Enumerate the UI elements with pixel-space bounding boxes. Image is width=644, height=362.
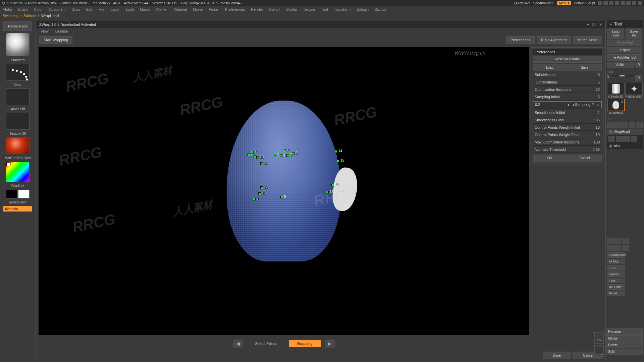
menu-brush[interactable]: Brush	[18, 7, 28, 11]
wrapped-mesh[interactable]	[227, 101, 341, 261]
color-black[interactable]	[6, 190, 17, 198]
subdivisions-slider[interactable]: Subdivisions3	[533, 72, 602, 78]
start-wrapping-button[interactable]: Start Wrapping	[39, 36, 72, 44]
mini-icon[interactable]	[622, 122, 628, 128]
mini-icon[interactable]	[614, 122, 621, 128]
solo-button[interactable]: Solo	[594, 332, 604, 344]
prev-step-button[interactable]: ◀	[233, 340, 243, 348]
layout-icon[interactable]	[598, 1, 602, 5]
icp-iterations-slider[interactable]: ICP Iterations5	[533, 79, 602, 85]
menu-macro[interactable]: Macro	[140, 7, 150, 11]
save-as-button[interactable]: Save As	[626, 28, 642, 39]
menu-material[interactable]: Material	[174, 7, 187, 11]
pref-load-button[interactable]: Load	[533, 64, 567, 71]
switchcolor-label[interactable]: SwitchColor	[9, 200, 26, 204]
r-button[interactable]: R	[635, 62, 642, 68]
reset-to-default-button[interactable]: Reset To Default	[533, 56, 602, 63]
max-opt-iterations-slider[interactable]: Max Optimization Iterations100	[533, 139, 602, 145]
next-step-button[interactable]: ▶	[325, 340, 335, 348]
alpha-thumbnail[interactable]	[6, 88, 30, 105]
pref-ok-button[interactable]: OK	[533, 155, 567, 162]
export-button[interactable]: Export	[607, 47, 642, 53]
minimize-icon[interactable]	[626, 1, 631, 5]
smoothness-final-slider[interactable]: Smoothness Final0.05	[533, 117, 602, 123]
subtool-vis-icon[interactable]	[616, 136, 623, 142]
menu-document[interactable]: Document	[49, 7, 65, 11]
merge-button[interactable]: Merge	[606, 335, 643, 342]
homepage-button[interactable]: Home Page	[3, 21, 32, 31]
rename-button[interactable]: Rename	[606, 328, 643, 335]
load-tool-button[interactable]: Load Tool	[607, 28, 624, 39]
mini-icon[interactable]	[629, 122, 636, 128]
autoreorder-button[interactable]: AutoReorder	[607, 252, 625, 258]
seethrough-slider[interactable]: See-through 0	[533, 1, 554, 5]
delall-button[interactable]: Del All	[607, 291, 625, 296]
subtool-wraphead[interactable]: WrapHead	[607, 129, 643, 135]
menu-layer[interactable]: Layer	[111, 7, 120, 11]
match-scale-button[interactable]: Match Scale	[573, 36, 602, 44]
pref-cancel-button[interactable]: Cancel	[568, 155, 602, 162]
sampling-initial-slider[interactable]: Sampling Initial5	[533, 94, 602, 100]
arrow-up-icon[interactable]	[614, 238, 621, 244]
menu-tool[interactable]: Tool	[321, 7, 328, 11]
cp-weight-initial-slider[interactable]: Control Points Weight Initial10	[533, 124, 602, 130]
color-white[interactable]	[18, 190, 30, 198]
menu-edit[interactable]: Edit	[86, 7, 93, 11]
make-polymesh-button[interactable]: e PolyMesh3D	[607, 54, 642, 61]
layout-icon[interactable]	[615, 1, 619, 5]
arrow-down-icon[interactable]	[622, 238, 629, 244]
step-wrapping[interactable]: Wrapping	[289, 340, 321, 347]
arrow-icon[interactable]	[614, 245, 621, 251]
tool-cylinder[interactable]: Cylinder3D	[607, 83, 625, 98]
zwrap-titlebar[interactable]: ZWrap 1.0.3 Nodelocked Activated ▾ ❐ ✕	[36, 21, 605, 28]
maximize-icon[interactable]	[632, 1, 636, 5]
tool-slider[interactable]	[612, 75, 634, 76]
menu-marker[interactable]: Marker	[156, 7, 168, 11]
arrow-icon[interactable]	[607, 245, 614, 251]
split-button[interactable]: Split	[606, 349, 643, 355]
close-icon[interactable]	[638, 1, 642, 5]
done-button[interactable]: Done	[543, 352, 571, 359]
menu-file[interactable]: File	[99, 7, 105, 11]
color-picker[interactable]	[6, 162, 30, 182]
allhigh-button[interactable]: All High	[607, 259, 625, 264]
menu-transform[interactable]: Transform	[334, 7, 351, 11]
menu-zscript[interactable]: Zscript	[375, 7, 386, 11]
paste-tool-button[interactable]: Paste Tool	[607, 40, 642, 46]
menu-movie[interactable]: Movie	[193, 7, 203, 11]
arrow-up-icon[interactable]	[607, 238, 614, 244]
lock-icon[interactable]	[621, 1, 625, 5]
menu-render[interactable]: Render	[251, 7, 263, 11]
default-zscript[interactable]: DefaultZScript	[574, 1, 595, 5]
menu-light[interactable]: Light	[126, 7, 134, 11]
menu-stroke[interactable]: Stroke	[286, 7, 297, 11]
close-icon[interactable]: ✕	[599, 22, 602, 27]
menu-picker[interactable]: Picker	[209, 7, 219, 11]
append-button[interactable]: Append	[607, 272, 625, 277]
menu-stencil[interactable]: Stencil	[269, 7, 280, 11]
mini-icon[interactable]	[607, 122, 614, 128]
menu-color[interactable]: Color	[34, 7, 43, 11]
layout-icon[interactable]	[603, 1, 608, 5]
texture-thumbnail[interactable]	[6, 113, 30, 130]
zwrap-viewport[interactable]: WWW.rrcg.cn 0 1 2 3 4 5 6 7 8 9 10 11	[39, 47, 529, 335]
cp-weight-final-slider[interactable]: Control Points Weight Final10	[533, 132, 602, 138]
subtool-alex[interactable]: Alex	[607, 143, 643, 149]
rigid-alignment-button[interactable]: Rigid Alignment	[537, 36, 571, 44]
xpose-button[interactable]: Xpose	[594, 345, 604, 357]
quicksave-button[interactable]: QuickSave	[514, 1, 530, 5]
paste-button[interactable]: Paste	[607, 265, 625, 270]
swap-icon[interactable]	[622, 245, 629, 251]
preferences-button[interactable]: Preferences	[506, 36, 535, 44]
sampling-final-slider[interactable]: 0.2◂—▸Sampling Final	[533, 101, 602, 108]
alternate-toggle[interactable]: Alternate	[3, 206, 32, 212]
menu-draw[interactable]: Draw	[71, 7, 80, 11]
layout-icon[interactable]	[609, 1, 613, 5]
menu-preferences[interactable]: Preferences	[225, 7, 245, 11]
normals-threshold-slider[interactable]: Normals Threshold0.65	[533, 146, 602, 153]
zwrap-menu-license[interactable]: License	[55, 29, 68, 33]
visible-button[interactable]: Visible	[607, 62, 634, 68]
menu-texture[interactable]: Texture	[303, 7, 315, 11]
stroke-thumbnail[interactable]	[6, 64, 30, 81]
tool-wraphead[interactable]: 2WrapHead	[607, 99, 625, 114]
